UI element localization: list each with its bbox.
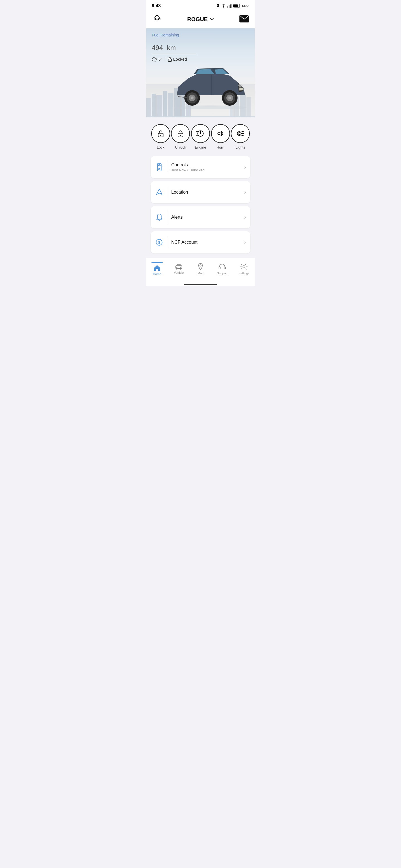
power-icon xyxy=(196,129,205,138)
svg-point-29 xyxy=(239,88,244,90)
vehicle-icon xyxy=(175,264,183,270)
nav-vehicle[interactable]: Vehicle xyxy=(168,262,190,275)
home-active-indicator xyxy=(151,262,163,263)
unlock-label: Unlock xyxy=(175,145,186,149)
bottom-navigation: Home Vehicle Map xyxy=(146,258,255,282)
horn-button[interactable]: Horn xyxy=(211,124,230,149)
status-icons: 66% xyxy=(216,4,249,8)
lights-label: Lights xyxy=(236,145,245,149)
svg-rect-22 xyxy=(146,116,255,117)
menu-list: Controls Just Now • Unlocked › Location … xyxy=(151,156,250,258)
lights-icon xyxy=(236,129,245,138)
menu-item-alerts[interactable]: Alerts › xyxy=(151,206,250,228)
fuel-unit: km xyxy=(167,44,176,52)
unlock-button-circle xyxy=(171,124,190,143)
nav-map-wrapper xyxy=(197,263,204,271)
home-indicator-bar xyxy=(184,284,217,285)
controls-menu-title: Controls xyxy=(171,162,244,167)
status-bar: 9:48 66% xyxy=(146,0,255,10)
svg-point-28 xyxy=(174,105,247,109)
nav-settings-wrapper xyxy=(240,263,248,271)
remote-icon xyxy=(155,163,163,172)
vehicle-selector[interactable]: ROGUE xyxy=(187,16,214,23)
fuel-value: 494 km xyxy=(152,37,249,53)
svg-rect-9 xyxy=(239,15,249,22)
home-icon xyxy=(153,265,161,271)
vehicle-name: ROGUE xyxy=(187,16,207,23)
car-image xyxy=(171,59,249,109)
svg-text:$: $ xyxy=(158,241,160,245)
svg-point-60 xyxy=(243,266,245,268)
headset-icon xyxy=(152,13,162,24)
svg-point-46 xyxy=(238,133,240,135)
home-nav-label: Home xyxy=(153,272,161,276)
mail-button[interactable] xyxy=(239,15,249,24)
svg-rect-3 xyxy=(231,4,232,8)
ncf-menu-text: NCF Account xyxy=(171,240,244,245)
settings-gear-icon xyxy=(240,263,248,271)
controls-chevron-icon: › xyxy=(244,164,246,170)
support-nav-label: Support xyxy=(217,272,228,275)
svg-point-37 xyxy=(228,96,231,99)
lock-button-circle xyxy=(151,124,170,143)
vehicle-nav-label: Vehicle xyxy=(174,271,183,274)
svg-line-49 xyxy=(241,135,244,136)
location-menu-text: Location xyxy=(171,190,244,195)
chevron-down-icon xyxy=(209,17,214,22)
svg-line-47 xyxy=(241,131,244,132)
app-header: ROGUE xyxy=(146,10,255,28)
nav-support-wrapper xyxy=(218,263,226,271)
map-pin-icon xyxy=(197,263,204,271)
menu-item-ncf-account[interactable]: $ NCF Account › xyxy=(151,231,250,253)
lock-button[interactable]: Lock xyxy=(151,124,170,149)
controls-menu-text: Controls Just Now • Unlocked xyxy=(171,162,244,172)
location-icon xyxy=(216,4,220,8)
horn-icon xyxy=(216,129,225,138)
dollar-circle-icon: $ xyxy=(155,238,163,247)
alerts-menu-title: Alerts xyxy=(171,215,244,220)
location-menu-title: Location xyxy=(171,190,244,195)
svg-point-39 xyxy=(238,84,242,87)
control-buttons-row: Lock Unlock Eng xyxy=(151,124,250,149)
fuel-label: Fuel Remaining xyxy=(152,33,249,37)
lights-button[interactable]: Lights xyxy=(231,124,250,149)
nav-vehicle-wrapper xyxy=(175,264,183,270)
alerts-menu-text: Alerts xyxy=(171,215,244,220)
support-icon-button[interactable] xyxy=(152,13,162,25)
controls-section: Lock Unlock Eng xyxy=(146,117,255,258)
ncf-menu-title: NCF Account xyxy=(171,240,244,245)
wifi-icon xyxy=(221,4,226,8)
lock-closed-icon xyxy=(156,129,165,138)
nav-home[interactable]: Home xyxy=(146,261,168,277)
nav-settings[interactable]: Settings xyxy=(233,262,255,276)
svg-rect-2 xyxy=(230,4,231,8)
controls-menu-subtitle: Just Now • Unlocked xyxy=(171,168,244,172)
menu-item-controls[interactable]: Controls Just Now • Unlocked › xyxy=(151,156,250,178)
map-nav-label: Map xyxy=(197,272,203,275)
alerts-chevron-icon: › xyxy=(244,215,246,220)
controls-icon-container xyxy=(155,161,167,173)
engine-button[interactable]: Engine xyxy=(191,124,210,149)
mail-icon xyxy=(239,15,249,23)
menu-item-location[interactable]: Location › xyxy=(151,181,250,204)
engine-label: Engine xyxy=(195,145,206,149)
nav-support[interactable]: Support xyxy=(211,262,233,276)
location-chevron-icon: › xyxy=(244,189,246,195)
status-time: 9:48 xyxy=(152,3,161,8)
hero-section: Fuel Remaining 494 km 5° | xyxy=(146,28,255,117)
support-headset-icon xyxy=(218,263,226,271)
nav-map[interactable]: Map xyxy=(190,262,211,276)
svg-rect-0 xyxy=(228,6,228,8)
svg-rect-1 xyxy=(229,5,229,8)
svg-rect-54 xyxy=(176,266,182,269)
nav-home-wrapper xyxy=(151,262,163,271)
home-indicator xyxy=(146,282,255,286)
lights-button-circle xyxy=(231,124,250,143)
svg-point-57 xyxy=(200,265,201,266)
alerts-icon-container xyxy=(155,211,167,223)
unlock-button[interactable]: Unlock xyxy=(171,124,190,149)
svg-point-41 xyxy=(160,135,161,136)
engine-button-circle xyxy=(191,124,210,143)
horn-button-circle xyxy=(211,124,230,143)
svg-rect-5 xyxy=(234,4,238,7)
